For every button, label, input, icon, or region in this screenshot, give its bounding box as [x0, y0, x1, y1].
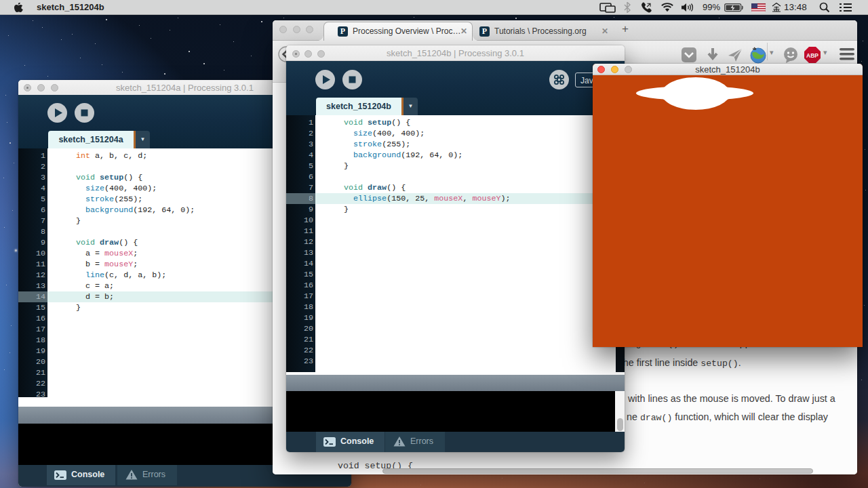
svg-text:ABP: ABP	[806, 52, 818, 59]
